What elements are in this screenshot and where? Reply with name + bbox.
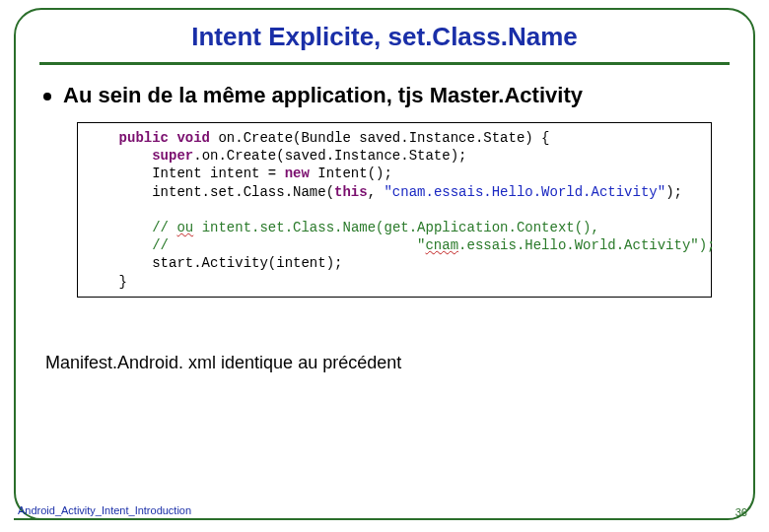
slide-frame: Intent Explicite, set.Class.Name Au sein… [14, 8, 755, 520]
code-l8: } [86, 274, 127, 290]
cmt-l6c: .essais.Hello.World.Activity"); [458, 237, 715, 253]
cmt-ou: ou [176, 220, 193, 235]
code-block: public void on.Create(Bundle saved.Insta… [77, 122, 712, 298]
kw-public-void: public void [119, 130, 210, 146]
caption-text: Manifest.Android. xml identique au précé… [45, 353, 730, 373]
str-activity: "cnam.essais.Hello.World.Activity" [384, 184, 665, 200]
code-l3c: Intent(); [310, 166, 392, 181]
slide-title: Intent Explicite, set.Class.Name [39, 22, 730, 52]
code-l3a: Intent intent = [86, 166, 285, 181]
cmt-l5c: intent.set.Class.Name(get.Application.Co… [193, 220, 599, 235]
footer-text: Android_Activity_Intent_Introduction [18, 504, 191, 516]
kw-super: super [152, 148, 193, 164]
kw-new: new [285, 166, 310, 181]
code-l7: start.Activity(intent); [86, 255, 342, 271]
code-l2b: .on.Create(saved.Instance.State); [193, 148, 466, 164]
bullet-text: Au sein de la même application, tjs Mast… [63, 83, 583, 108]
code-l4a: intent.set.Class.Name( [86, 184, 334, 200]
code-l1b: on.Create(Bundle saved.Instance.State) { [210, 130, 549, 146]
bullet-dot-icon [43, 93, 51, 100]
kw-this: this [334, 184, 368, 200]
cmt-l6a: // " [152, 237, 425, 253]
title-divider [39, 62, 730, 65]
code-l4c: , [368, 184, 384, 200]
page-number: 36 [735, 506, 747, 518]
cmt-cnam: cnam [425, 237, 458, 253]
bullet-item: Au sein de la même application, tjs Mast… [39, 83, 730, 108]
footer-underline [14, 518, 197, 520]
code-l4e: ); [665, 184, 682, 200]
cmt-l5a: // [152, 220, 176, 235]
